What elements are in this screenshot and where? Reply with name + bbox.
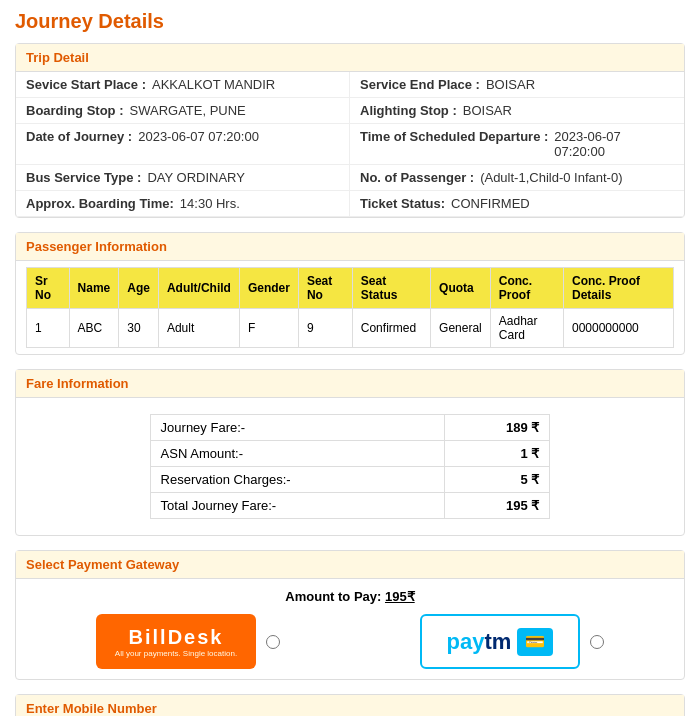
fare-info-header: Fare Information xyxy=(16,370,684,398)
fare-label-2: Reservation Charges:- xyxy=(150,467,444,493)
label-start-place: Sevice Start Place : xyxy=(26,77,146,92)
th-conc-proof-details: Conc. Proof Details xyxy=(564,268,674,309)
passenger-cell-0-7: General xyxy=(431,309,491,348)
gateway-options: BillDesk All your payments. Single locat… xyxy=(26,614,674,669)
page-title: Journey Details xyxy=(15,10,685,33)
value-num-passenger: (Adult-1,Child-0 Infant-0) xyxy=(480,170,622,185)
passenger-cell-0-0: 1 xyxy=(27,309,70,348)
passenger-table-header-row: Sr No Name Age Adult/Child Gender Seat N… xyxy=(27,268,674,309)
value-boarding-time: 14:30 Hrs. xyxy=(180,196,240,211)
passenger-cell-0-5: 9 xyxy=(298,309,352,348)
passenger-info-card: Passenger Information Sr No Name Age Adu… xyxy=(15,232,685,355)
passenger-table: Sr No Name Age Adult/Child Gender Seat N… xyxy=(26,267,674,348)
fare-label-0: Journey Fare:- xyxy=(150,415,444,441)
amount-to-pay: Amount to Pay: 195₹ xyxy=(26,589,674,604)
fare-row-2: Reservation Charges:-5 ₹ xyxy=(150,467,550,493)
label-scheduled-departure: Time of Scheduled Departure : xyxy=(360,129,548,159)
payment-gateway-card: Select Payment Gateway Amount to Pay: 19… xyxy=(15,550,685,680)
value-start-place: AKKALKOT MANDIR xyxy=(152,77,275,92)
fare-table: Journey Fare:-189 ₹ASN Amount:-1 ₹Reserv… xyxy=(150,414,551,519)
passenger-cell-0-1: ABC xyxy=(69,309,119,348)
label-date-journey: Date of Journey : xyxy=(26,129,132,159)
passenger-cell-0-2: 30 xyxy=(119,309,159,348)
payment-gateway-header: Select Payment Gateway xyxy=(16,551,684,579)
fare-label-3: Total Journey Fare:- xyxy=(150,493,444,519)
gateway-billdesk-option: BillDesk All your payments. Single locat… xyxy=(96,614,280,669)
passenger-cell-0-4: F xyxy=(239,309,298,348)
th-seat-no: Seat No xyxy=(298,268,352,309)
billdesk-brand: BillDesk xyxy=(129,626,224,649)
trip-cell-boarding-time: Approx. Boarding Time: 14:30 Hrs. xyxy=(16,191,350,217)
value-ticket-status: CONFIRMED xyxy=(451,196,530,211)
th-gender: Gender xyxy=(239,268,298,309)
passenger-table-wrapper: Sr No Name Age Adult/Child Gender Seat N… xyxy=(16,261,684,354)
value-end-place: BOISAR xyxy=(486,77,535,92)
paytm-logo: paytm 💳 xyxy=(420,614,580,669)
th-seat-status: Seat Status xyxy=(352,268,430,309)
fare-row-3: Total Journey Fare:-195 ₹ xyxy=(150,493,550,519)
trip-cell-end-place: Service End Place : BOISAR xyxy=(350,72,684,98)
billdesk-sub: All your payments. Single location. xyxy=(115,649,237,658)
trip-cell-num-passenger: No. of Passenger : (Adult-1,Child-0 Infa… xyxy=(350,165,684,191)
trip-cell-scheduled-departure: Time of Scheduled Departure : 2023-06-07… xyxy=(350,124,684,165)
th-name: Name xyxy=(69,268,119,309)
paytm-radio[interactable] xyxy=(590,635,604,649)
fare-value-0: 189 ₹ xyxy=(444,415,550,441)
passenger-cell-0-8: Aadhar Card xyxy=(490,309,563,348)
value-boarding-stop: SWARGATE, PUNE xyxy=(130,103,246,118)
passenger-cell-0-6: Confirmed xyxy=(352,309,430,348)
fare-label-1: ASN Amount:- xyxy=(150,441,444,467)
label-end-place: Service End Place : xyxy=(360,77,480,92)
mobile-section-card: Enter Mobile Number SMS will be sent on … xyxy=(15,694,685,716)
label-ticket-status: Ticket Status: xyxy=(360,196,445,211)
th-conc-proof: Conc. Proof xyxy=(490,268,563,309)
label-bus-service-type: Bus Service Type : xyxy=(26,170,141,185)
label-boarding-time: Approx. Boarding Time: xyxy=(26,196,174,211)
paytm-wallet-icon: 💳 xyxy=(517,628,553,656)
value-bus-service-type: DAY ORDINARY xyxy=(147,170,245,185)
passenger-row: 1ABC30AdultF9ConfirmedGeneralAadhar Card… xyxy=(27,309,674,348)
trip-cell-boarding-stop: Boarding Stop : SWARGATE, PUNE xyxy=(16,98,350,124)
fare-value-1: 1 ₹ xyxy=(444,441,550,467)
fare-row-1: ASN Amount:-1 ₹ xyxy=(150,441,550,467)
fare-table-wrapper: Journey Fare:-189 ₹ASN Amount:-1 ₹Reserv… xyxy=(16,398,684,535)
gateway-section: Amount to Pay: 195₹ BillDesk All your pa… xyxy=(16,579,684,679)
fare-value-2: 5 ₹ xyxy=(444,467,550,493)
main-container: Journey Details Trip Detail Sevice Start… xyxy=(0,0,700,716)
billdesk-logo: BillDesk All your payments. Single locat… xyxy=(96,614,256,669)
trip-detail-header: Trip Detail xyxy=(16,44,684,72)
fare-info-card: Fare Information Journey Fare:-189 ₹ASN … xyxy=(15,369,685,536)
value-scheduled-departure: 2023-06-07 07:20:00 xyxy=(554,129,674,159)
paytm-brand: paytm xyxy=(447,629,512,655)
passenger-info-header: Passenger Information xyxy=(16,233,684,261)
trip-cell-alighting-stop: Alighting Stop : BOISAR xyxy=(350,98,684,124)
fare-value-3: 195 ₹ xyxy=(444,493,550,519)
trip-cell-ticket-status: Ticket Status: CONFIRMED xyxy=(350,191,684,217)
passenger-cell-0-9: 0000000000 xyxy=(564,309,674,348)
th-quota: Quota xyxy=(431,268,491,309)
mobile-section-header: Enter Mobile Number xyxy=(16,695,684,716)
trip-cell-bus-service-type: Bus Service Type : DAY ORDINARY xyxy=(16,165,350,191)
th-adult-child: Adult/Child xyxy=(158,268,239,309)
trip-detail-card: Trip Detail Sevice Start Place : AKKALKO… xyxy=(15,43,685,218)
value-alighting-stop: BOISAR xyxy=(463,103,512,118)
trip-grid: Sevice Start Place : AKKALKOT MANDIR Ser… xyxy=(16,72,684,217)
gateway-paytm-option: paytm 💳 xyxy=(420,614,604,669)
billdesk-radio[interactable] xyxy=(266,635,280,649)
th-age: Age xyxy=(119,268,159,309)
value-date-journey: 2023-06-07 07:20:00 xyxy=(138,129,259,159)
th-sr-no: Sr No xyxy=(27,268,70,309)
fare-row-0: Journey Fare:-189 ₹ xyxy=(150,415,550,441)
label-alighting-stop: Alighting Stop : xyxy=(360,103,457,118)
label-boarding-stop: Boarding Stop : xyxy=(26,103,124,118)
trip-cell-start-place-label: Sevice Start Place : AKKALKOT MANDIR xyxy=(16,72,350,98)
label-num-passenger: No. of Passenger : xyxy=(360,170,474,185)
trip-cell-date-journey: Date of Journey : 2023-06-07 07:20:00 xyxy=(16,124,350,165)
passenger-cell-0-3: Adult xyxy=(158,309,239,348)
